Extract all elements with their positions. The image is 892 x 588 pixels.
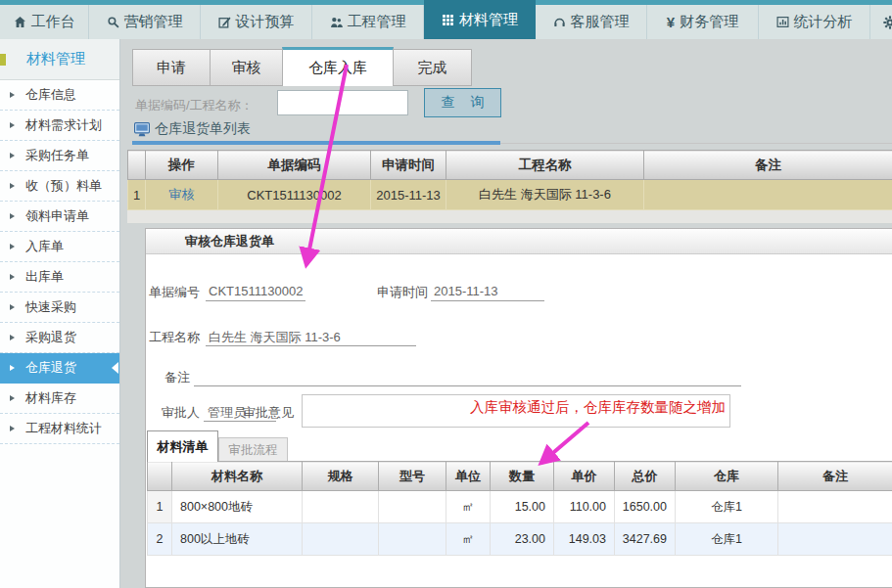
sidebar-item-purchase-task[interactable]: 采购任务单 xyxy=(0,141,119,171)
mat-header-model: 型号 xyxy=(379,462,446,491)
project-name-label: 工程名称 xyxy=(149,329,200,346)
nav-tab-settings[interactable]: 系 xyxy=(870,5,892,39)
list-header-index xyxy=(128,151,146,180)
list-row-selected[interactable]: 1 审核 CKT1511130002 2015-11-13 白先生 海天国际 1… xyxy=(128,180,892,210)
section-underline xyxy=(132,141,500,145)
review-link[interactable]: 审核 xyxy=(169,187,195,202)
search-button[interactable]: 查 询 xyxy=(424,88,501,117)
mat-header-spec: 规格 xyxy=(303,462,379,491)
mat-header-qty: 数量 xyxy=(491,462,554,491)
approver-value: 管理员 xyxy=(208,404,246,422)
yen-icon: ¥ xyxy=(667,14,675,30)
row-index: 1 xyxy=(128,180,146,210)
mat-header-price: 单价 xyxy=(554,462,615,491)
row-code: CKT1511130002 xyxy=(218,180,371,210)
sidebar-item-receive-material[interactable]: 收（预）料单 xyxy=(0,171,119,202)
mat-header-unit: 单位 xyxy=(446,462,491,491)
sidebar: 材料管理 仓库信息 材料需求计划 采购任务单 收（预）料单 领料申请单 入库单 … xyxy=(0,39,120,588)
apply-date-label: 申请时间 xyxy=(377,284,428,301)
panel-header: 审核仓库退货单 xyxy=(146,229,892,254)
row-remark xyxy=(644,180,892,210)
list-header-action: 操作 xyxy=(146,151,218,180)
opinion-input[interactable] xyxy=(302,394,730,428)
nav-tab-design-budget[interactable]: 设计预算 xyxy=(201,5,312,39)
row-date: 2015-11-13 xyxy=(371,180,446,210)
material-row[interactable]: 2 800以上地砖 ㎡ 23.00 149.03 3427.69 仓库1 xyxy=(148,523,892,556)
magnifier-bubble-icon xyxy=(107,16,119,28)
grid-icon xyxy=(442,14,454,26)
mat-header-total: 总价 xyxy=(615,462,676,491)
opinion-label: 审批意见 xyxy=(243,404,294,422)
nav-tab-marketing[interactable]: 营销管理 xyxy=(89,5,201,39)
tab-material-list[interactable]: 材料清单 xyxy=(147,430,218,462)
nav-tab-engineering[interactable]: 工程管理 xyxy=(312,5,424,39)
nav-tab-workbench[interactable]: 工作台 xyxy=(0,5,89,39)
list-header-date: 申请时间 xyxy=(371,151,446,180)
materials-table: 材料名称 规格 型号 单位 数量 单价 总价 仓库 备注 1 800×800地砖… xyxy=(147,461,892,556)
remark-label: 备注 xyxy=(164,369,190,386)
doc-code-value: CKT1511130002 xyxy=(209,284,303,298)
sidebar-item-warehouse-info[interactable]: 仓库信息 xyxy=(0,80,119,111)
list-header-project: 工程名称 xyxy=(446,151,644,180)
list-empty-strip xyxy=(127,210,892,223)
tab-apply[interactable]: 申请 xyxy=(132,49,211,86)
nav-tab-materials[interactable]: 材料管理 xyxy=(424,0,536,39)
list-header-code: 单据编码 xyxy=(218,151,371,180)
list-section-title: 仓库退货单列表 xyxy=(155,120,251,138)
top-navigation: 工作台 营销管理 设计预算 工程管理 材料管理 客服管理 xyxy=(0,0,892,39)
sidebar-item-inbound-order[interactable]: 入库单 xyxy=(0,232,119,262)
tab-review[interactable]: 审核 xyxy=(210,49,283,86)
users-icon xyxy=(330,16,343,28)
sidebar-item-outbound-order[interactable]: 出库单 xyxy=(0,262,119,293)
home-icon xyxy=(14,16,26,28)
tab-approval-flow[interactable]: 审批流程 xyxy=(218,437,288,462)
search-input[interactable] xyxy=(277,90,408,115)
gear-icon xyxy=(883,16,892,29)
nav-tab-statistics[interactable]: 统计分析 xyxy=(759,5,870,39)
apply-date-value: 2015-11-13 xyxy=(434,284,498,298)
edit-icon xyxy=(218,16,231,28)
doc-code-label: 单据编号 xyxy=(149,284,200,301)
sidebar-header-materials: 材料管理 xyxy=(0,39,119,80)
panel-title: 审核仓库退货单 xyxy=(185,233,274,250)
return-order-list-table: 操作 单据编码 申请时间 工程名称 备注 1 审核 CKT1511130002 … xyxy=(127,150,892,210)
sidebar-item-material-request[interactable]: 领料申请单 xyxy=(0,202,119,232)
row-project: 白先生 海天国际 11-3-6 xyxy=(446,180,644,210)
module-icon xyxy=(0,54,6,66)
bar-chart-icon xyxy=(776,16,789,28)
mat-header-name: 材料名称 xyxy=(172,462,303,491)
app-window: 工作台 营销管理 设计预算 工程管理 材料管理 客服管理 xyxy=(0,0,892,588)
sidebar-item-purchase-return[interactable]: 采购退货 xyxy=(0,323,119,353)
approver-label: 审批人 xyxy=(162,404,200,422)
list-header-remark: 备注 xyxy=(644,151,892,180)
sidebar-item-warehouse-return[interactable]: 仓库退货 xyxy=(0,353,119,384)
mat-header-warehouse: 仓库 xyxy=(676,462,778,491)
sidebar-item-material-demand-plan[interactable]: 材料需求计划 xyxy=(0,111,119,141)
sidebar-item-project-material-stats[interactable]: 工程材料统计 xyxy=(0,414,119,444)
sidebar-item-material-stock[interactable]: 材料库存 xyxy=(0,384,119,414)
nav-tab-finance[interactable]: ¥ 财务管理 xyxy=(647,5,759,39)
mat-header-remark: 备注 xyxy=(778,462,892,491)
section-underline-rest xyxy=(500,143,892,144)
nav-tab-customer-service[interactable]: 客服管理 xyxy=(536,5,647,39)
monitor-icon xyxy=(134,122,150,141)
search-label: 单据编码/工程名称： xyxy=(135,97,254,114)
tab-complete[interactable]: 完成 xyxy=(393,49,472,86)
list-header-row: 操作 单据编码 申请时间 工程名称 备注 xyxy=(128,151,892,180)
tab-warehouse-inbound[interactable]: 仓库入库 xyxy=(282,47,394,86)
materials-header-row: 材料名称 规格 型号 单位 数量 单价 总价 仓库 备注 xyxy=(148,462,892,491)
project-name-value: 白先生 海天国际 11-3-6 xyxy=(209,329,341,346)
sidebar-item-quick-purchase[interactable]: 快速采购 xyxy=(0,293,119,323)
material-row[interactable]: 1 800×800地砖 ㎡ 15.00 110.00 1650.00 仓库1 xyxy=(148,491,892,523)
headset-icon xyxy=(553,16,566,28)
